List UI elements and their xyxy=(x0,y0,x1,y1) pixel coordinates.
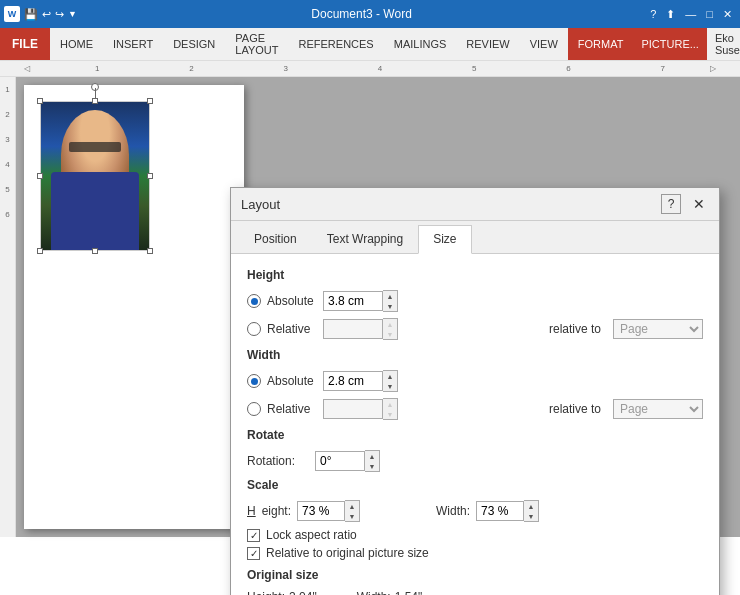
orig-width-item: Width: 1.54" xyxy=(357,590,423,595)
scale-width-input[interactable]: ▲ ▼ xyxy=(476,500,539,522)
document-page xyxy=(24,85,244,529)
scale-height-up[interactable]: ▲ xyxy=(345,501,359,511)
orig-width-label: Width: xyxy=(357,590,391,595)
scale-width-field[interactable] xyxy=(476,501,524,521)
handle-bc[interactable] xyxy=(92,248,98,254)
scale-height-down[interactable]: ▼ xyxy=(345,511,359,521)
rotation-spinners: ▲ ▼ xyxy=(365,450,380,472)
height-relative-to-select[interactable]: Page xyxy=(613,319,703,339)
rotation-down[interactable]: ▼ xyxy=(365,461,379,471)
width-absolute-down[interactable]: ▼ xyxy=(383,381,397,391)
dialog-close-button[interactable]: ✕ xyxy=(689,194,709,214)
scale-height-input[interactable]: ▲ ▼ xyxy=(297,500,360,522)
help-button[interactable]: ? xyxy=(646,6,660,22)
rotation-input[interactable]: ▲ ▼ xyxy=(315,450,380,472)
orig-width-value: 1.54" xyxy=(395,590,423,595)
tab-file[interactable]: FILE xyxy=(0,28,50,60)
handle-mr[interactable] xyxy=(147,173,153,179)
rotation-up[interactable]: ▲ xyxy=(365,451,379,461)
height-absolute-up[interactable]: ▲ xyxy=(383,291,397,301)
width-absolute-label: Absolute xyxy=(267,374,317,388)
handle-tc[interactable] xyxy=(92,98,98,104)
user-info: Eko Suseno ES xyxy=(707,28,740,60)
tab-mailings[interactable]: MAILINGS xyxy=(384,28,457,60)
handle-bl[interactable] xyxy=(37,248,43,254)
tab-text-wrapping[interactable]: Text Wrapping xyxy=(312,225,418,253)
lock-aspect-checkbox[interactable] xyxy=(247,529,260,542)
height-relative-to-label: relative to xyxy=(549,322,601,336)
handle-tr[interactable] xyxy=(147,98,153,104)
tab-format[interactable]: FORMAT xyxy=(568,28,634,60)
tab-home[interactable]: HOME xyxy=(50,28,103,60)
ribbon-toggle-button[interactable]: ⬆ xyxy=(662,6,679,23)
height-relative-radio[interactable] xyxy=(247,322,261,336)
tab-view[interactable]: VIEW xyxy=(520,28,568,60)
tab-page-layout[interactable]: PAGE LAYOUT xyxy=(225,28,288,60)
ruler: ◁ 1234567 ▷ xyxy=(0,60,740,76)
photo-container[interactable] xyxy=(40,101,150,251)
width-relative-to-label: relative to xyxy=(549,402,601,416)
height-absolute-radio[interactable] xyxy=(247,294,261,308)
close-button[interactable]: ✕ xyxy=(719,6,736,23)
dialog-title: Layout xyxy=(241,197,280,212)
tab-position[interactable]: Position xyxy=(239,225,312,253)
orig-height-value: 2.04" xyxy=(289,590,317,595)
orig-height-item: Height: 2.04" xyxy=(247,590,317,595)
scale-width-item: Width: ▲ ▼ xyxy=(436,500,539,522)
minimize-button[interactable]: — xyxy=(681,6,700,22)
relative-original-row: Relative to original picture size xyxy=(247,546,703,560)
height-relative-to-dropdown[interactable]: Page xyxy=(613,319,703,339)
width-relative-to-dropdown[interactable]: Page xyxy=(613,399,703,419)
height-absolute-down[interactable]: ▼ xyxy=(383,301,397,311)
document-title: Document3 - Word xyxy=(77,7,646,21)
scale-height-field[interactable] xyxy=(297,501,345,521)
orig-height-label: Height: xyxy=(247,590,285,595)
width-relative-up: ▲ xyxy=(383,399,397,409)
width-relative-radio[interactable] xyxy=(247,402,261,416)
width-absolute-up[interactable]: ▲ xyxy=(383,371,397,381)
tab-design[interactable]: DESIGN xyxy=(163,28,225,60)
undo-icon[interactable]: ↩ xyxy=(42,8,51,21)
layout-dialog: Layout ? ✕ Position Text Wrapping Size H… xyxy=(230,187,720,595)
rotation-line xyxy=(95,88,96,98)
width-section-label: Width xyxy=(247,348,703,362)
tab-size[interactable]: Size xyxy=(418,225,471,254)
scale-width-down[interactable]: ▼ xyxy=(524,511,538,521)
relative-original-checkbox[interactable] xyxy=(247,547,260,560)
handle-tl[interactable] xyxy=(37,98,43,104)
height-absolute-field[interactable] xyxy=(323,291,383,311)
height-relative-field xyxy=(323,319,383,339)
handle-br[interactable] xyxy=(147,248,153,254)
vertical-ruler: 123456 xyxy=(0,77,16,537)
scale-width-up[interactable]: ▲ xyxy=(524,501,538,511)
tab-insert[interactable]: INSERT xyxy=(103,28,163,60)
width-relative-to-select[interactable]: Page xyxy=(613,399,703,419)
tab-references[interactable]: REFERENCES xyxy=(289,28,384,60)
dialog-body: Height Absolute ▲ ▼ Relative xyxy=(231,254,719,595)
rotate-row: Rotation: ▲ ▼ xyxy=(247,450,703,472)
original-size-row: Height: 2.04" Width: 1.54" xyxy=(247,590,703,595)
maximize-button[interactable]: □ xyxy=(702,6,717,22)
quick-save-icon[interactable]: 💾 xyxy=(24,8,38,21)
rotation-field[interactable] xyxy=(315,451,365,471)
redo-icon[interactable]: ↪ xyxy=(55,8,64,21)
rotate-section-label: Rotate xyxy=(247,428,703,442)
width-absolute-input[interactable]: ▲ ▼ xyxy=(323,370,398,392)
width-relative-field xyxy=(323,399,383,419)
ribbon: FILE HOME INSERT DESIGN PAGE LAYOUT REFE… xyxy=(0,28,740,77)
width-absolute-spinners: ▲ ▼ xyxy=(383,370,398,392)
height-absolute-input[interactable]: ▲ ▼ xyxy=(323,290,398,312)
height-relative-label: Relative xyxy=(267,322,317,336)
width-relative-row: Relative ▲ ▼ relative to Page xyxy=(247,398,703,420)
width-absolute-radio[interactable] xyxy=(247,374,261,388)
width-absolute-field[interactable] xyxy=(323,371,383,391)
dialog-controls: ? ✕ xyxy=(661,194,709,214)
rotation-label: Rotation: xyxy=(247,454,307,468)
tab-review[interactable]: REVIEW xyxy=(456,28,519,60)
dialog-help-button[interactable]: ? xyxy=(661,194,681,214)
height-relative-down: ▼ xyxy=(383,329,397,339)
height-absolute-label: Absolute xyxy=(267,294,317,308)
handle-ml[interactable] xyxy=(37,173,43,179)
height-relative-row: Relative ▲ ▼ relative to Page xyxy=(247,318,703,340)
dropdown-arrow-icon[interactable]: ▼ xyxy=(68,9,77,19)
